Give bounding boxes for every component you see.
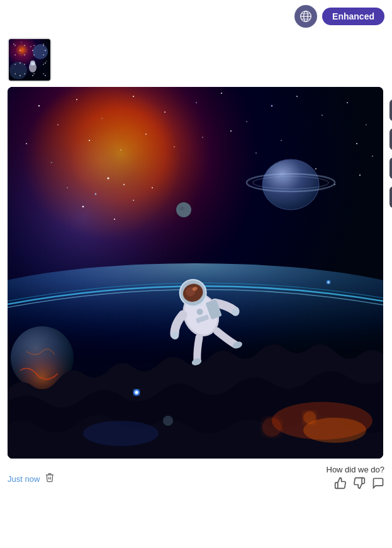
timestamp[interactable]: Just now <box>8 474 40 484</box>
edit-button[interactable] <box>389 186 392 208</box>
svg-point-12 <box>46 60 47 61</box>
svg-point-13 <box>29 62 36 72</box>
svg-point-31 <box>347 102 348 103</box>
main-image-container: ♡ 0 <box>8 87 384 459</box>
svg-point-26 <box>221 93 222 94</box>
svg-point-20 <box>57 124 59 125</box>
svg-point-33 <box>26 143 27 144</box>
svg-point-50 <box>114 219 115 220</box>
svg-point-11 <box>43 43 44 45</box>
svg-point-42 <box>281 140 281 140</box>
svg-point-78 <box>83 421 159 446</box>
svg-point-44 <box>372 156 373 157</box>
svg-point-6 <box>33 44 48 59</box>
svg-point-23 <box>133 96 134 97</box>
camera-button[interactable] <box>389 157 392 179</box>
svg-point-10 <box>30 46 31 47</box>
svg-point-29 <box>296 96 298 97</box>
svg-point-34 <box>51 162 52 163</box>
svg-point-40 <box>230 130 232 132</box>
svg-point-49 <box>133 200 134 201</box>
how-did-we-text: How did we do? <box>327 465 385 474</box>
side-actions: ♡ 0 <box>389 100 392 208</box>
svg-point-95 <box>163 416 173 426</box>
feedback-area: How did we do? <box>327 465 385 493</box>
svg-point-36 <box>120 149 121 150</box>
enhanced-button[interactable]: Enhanced <box>322 8 384 25</box>
feedback-icons <box>334 477 384 493</box>
svg-point-53 <box>315 168 316 169</box>
delete-button[interactable] <box>45 472 55 486</box>
svg-rect-5 <box>9 39 52 82</box>
thumbs-up-button[interactable] <box>334 477 347 493</box>
svg-point-8 <box>13 43 14 45</box>
svg-point-24 <box>164 111 165 113</box>
svg-point-27 <box>246 121 247 122</box>
thumbs-down-button[interactable] <box>353 477 366 493</box>
like-button[interactable]: ♡ 0 <box>389 100 392 121</box>
comment-button[interactable] <box>372 477 384 493</box>
svg-point-38 <box>174 146 175 147</box>
main-image <box>8 87 383 459</box>
svg-point-9 <box>21 42 21 42</box>
svg-point-66 <box>279 175 289 181</box>
svg-point-41 <box>255 152 257 154</box>
thumbnail-image[interactable] <box>8 38 52 82</box>
svg-point-7 <box>9 62 27 79</box>
svg-point-39 <box>202 137 203 137</box>
svg-point-68 <box>176 202 191 217</box>
svg-point-37 <box>145 134 147 135</box>
bottom-bar: Just now How did we do? <box>0 459 392 495</box>
svg-point-46 <box>95 193 96 195</box>
svg-point-19 <box>38 105 40 106</box>
svg-point-69 <box>179 207 184 210</box>
svg-point-77 <box>303 411 316 424</box>
timestamp-area: Just now <box>8 472 55 486</box>
top-bar: Enhanced <box>0 0 392 33</box>
svg-point-48 <box>82 206 84 208</box>
svg-point-76 <box>262 418 281 437</box>
trash-icon <box>45 474 55 485</box>
svg-point-94 <box>135 391 138 394</box>
svg-point-55 <box>359 174 361 176</box>
svg-point-21 <box>76 99 77 100</box>
svg-point-32 <box>366 124 366 125</box>
copy-button[interactable] <box>389 128 392 150</box>
svg-point-47 <box>123 184 125 185</box>
svg-point-51 <box>67 187 68 188</box>
svg-point-28 <box>271 105 272 106</box>
svg-point-22 <box>101 118 102 118</box>
svg-point-30 <box>322 115 323 116</box>
svg-point-35 <box>89 140 90 141</box>
svg-point-43 <box>356 143 357 144</box>
svg-point-52 <box>152 187 153 188</box>
thumbnail-row <box>0 33 392 87</box>
svg-point-25 <box>196 102 197 103</box>
globe-button[interactable] <box>294 5 317 28</box>
svg-point-45 <box>108 178 109 180</box>
svg-point-14 <box>30 60 35 66</box>
